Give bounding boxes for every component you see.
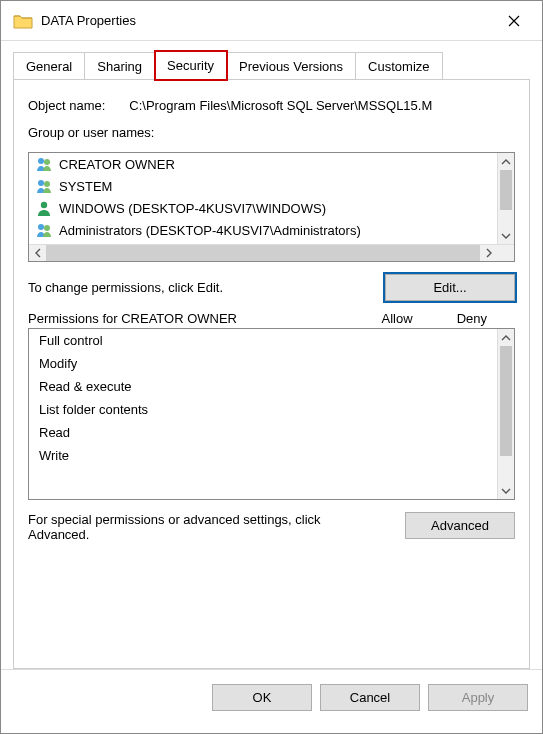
advanced-button[interactable]: Advanced <box>405 512 515 539</box>
edit-button[interactable]: Edit... <box>385 274 515 301</box>
scroll-track[interactable] <box>498 346 514 482</box>
list-item[interactable]: Administrators (DESKTOP-4KUSVI7\Administ… <box>29 219 497 241</box>
tab-security[interactable]: Security <box>155 51 227 80</box>
tab-customize[interactable]: Customize <box>356 52 442 80</box>
object-name-value: C:\Program Files\Microsoft SQL Server\MS… <box>129 98 515 113</box>
folder-icon <box>13 13 33 29</box>
list-item[interactable]: SYSTEM <box>29 175 497 197</box>
horizontal-scrollbar[interactable] <box>29 244 514 261</box>
close-icon <box>508 15 520 27</box>
scroll-thumb[interactable] <box>500 346 512 456</box>
user-icon <box>35 199 53 217</box>
ok-button[interactable]: OK <box>212 684 312 711</box>
scroll-track[interactable] <box>498 170 514 227</box>
list-item-label: CREATOR OWNER <box>59 157 175 172</box>
security-panel: Object name: C:\Program Files\Microsoft … <box>13 79 530 669</box>
permission-item[interactable]: Write <box>29 444 497 467</box>
svg-point-0 <box>38 158 44 164</box>
cancel-button[interactable]: Cancel <box>320 684 420 711</box>
list-item-label: Administrators (DESKTOP-4KUSVI7\Administ… <box>59 223 361 238</box>
edit-hint: To change permissions, click Edit. <box>28 280 223 295</box>
group-label: Group or user names: <box>28 125 515 140</box>
tab-strip: General Sharing Security Previous Versio… <box>13 51 530 79</box>
vertical-scrollbar[interactable] <box>497 329 514 499</box>
advanced-hint: For special permissions or advanced sett… <box>28 512 328 542</box>
scroll-corner <box>497 245 514 261</box>
deny-column-header: Deny <box>457 311 487 326</box>
scroll-thumb[interactable] <box>500 170 512 210</box>
group-list-content: CREATOR OWNER SYSTEM WINDOWS (DESKTOP-4K… <box>29 153 514 244</box>
scroll-down-icon[interactable] <box>498 482 514 499</box>
list-item[interactable]: WINDOWS (DESKTOP-4KUSVI7\WINDOWS) <box>29 197 497 219</box>
vertical-scrollbar[interactable] <box>497 153 514 244</box>
scroll-left-icon[interactable] <box>29 245 46 261</box>
list-item-label: WINDOWS (DESKTOP-4KUSVI7\WINDOWS) <box>59 201 326 216</box>
permission-item[interactable]: Read & execute <box>29 375 497 398</box>
group-icon <box>35 177 53 195</box>
svg-point-3 <box>44 181 50 187</box>
window-title: DATA Properties <box>41 13 494 28</box>
apply-button[interactable]: Apply <box>428 684 528 711</box>
scroll-down-icon[interactable] <box>498 227 514 244</box>
permission-item[interactable]: Modify <box>29 352 497 375</box>
permission-item[interactable]: Full control <box>29 329 497 352</box>
permission-item[interactable]: List folder contents <box>29 398 497 421</box>
list-item-label: SYSTEM <box>59 179 112 194</box>
permissions-listbox[interactable]: Full control Modify Read & execute List … <box>28 328 515 500</box>
svg-point-5 <box>38 224 44 230</box>
allow-column-header: Allow <box>382 311 413 326</box>
scroll-up-icon[interactable] <box>498 329 514 346</box>
close-button[interactable] <box>494 1 534 41</box>
svg-point-4 <box>41 202 47 208</box>
scroll-track[interactable] <box>46 245 480 261</box>
group-icon <box>35 155 53 173</box>
titlebar: DATA Properties <box>1 1 542 41</box>
dialog-buttons: OK Cancel Apply <box>1 669 542 725</box>
permission-item[interactable]: Read <box>29 421 497 444</box>
scroll-up-icon[interactable] <box>498 153 514 170</box>
svg-point-6 <box>44 225 50 231</box>
group-icon <box>35 221 53 239</box>
tab-previous-versions[interactable]: Previous Versions <box>227 52 356 80</box>
object-name-row: Object name: C:\Program Files\Microsoft … <box>28 98 515 113</box>
dialog-content: General Sharing Security Previous Versio… <box>1 41 542 669</box>
tab-general[interactable]: General <box>13 52 85 80</box>
list-item[interactable]: CREATOR OWNER <box>29 153 497 175</box>
object-name-label: Object name: <box>28 98 105 113</box>
svg-point-1 <box>44 159 50 165</box>
svg-point-2 <box>38 180 44 186</box>
tab-sharing[interactable]: Sharing <box>85 52 155 80</box>
permissions-for-label: Permissions for CREATOR OWNER <box>28 311 382 326</box>
group-listbox[interactable]: CREATOR OWNER SYSTEM WINDOWS (DESKTOP-4K… <box>28 152 515 262</box>
scroll-right-icon[interactable] <box>480 245 497 261</box>
